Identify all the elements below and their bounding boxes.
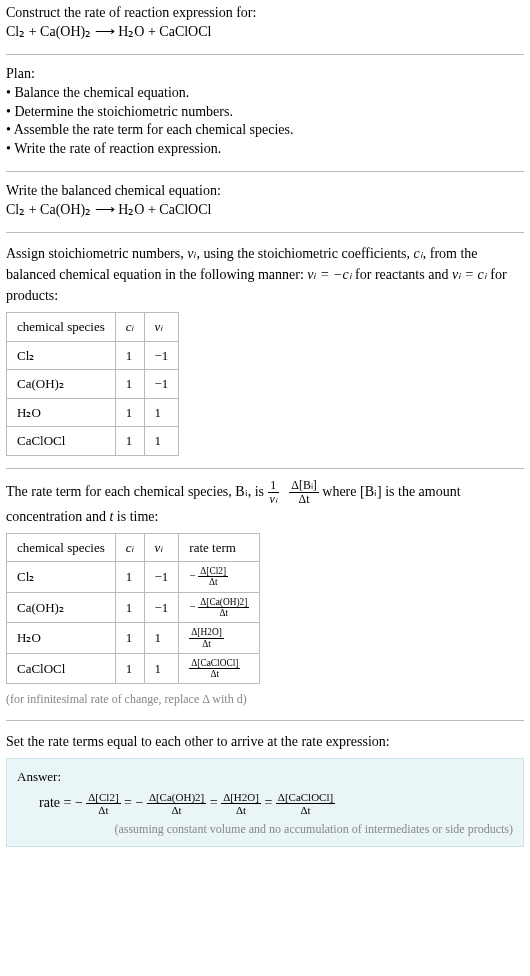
denominator: Δt	[289, 493, 319, 506]
rate-label: rate =	[39, 795, 75, 810]
table-cell: 1	[115, 562, 144, 593]
rate-fraction: Δ[CaClOCl]Δt	[276, 791, 335, 816]
final-block: Set the rate terms equal to each other t…	[6, 731, 524, 847]
plan-item: • Determine the stoichiometric numbers.	[6, 103, 524, 122]
text: The rate term for each chemical species,	[6, 483, 235, 498]
table-cell: 1	[115, 623, 144, 654]
balanced-heading: Write the balanced chemical equation:	[6, 182, 524, 201]
stoich-table: chemical speciescᵢνᵢCl₂1−1Ca(OH)₂1−1H₂O1…	[6, 312, 179, 456]
table-cell: Ca(OH)₂	[7, 592, 116, 623]
table-cell: H₂O	[7, 623, 116, 654]
divider	[6, 468, 524, 469]
table-cell: 1	[144, 623, 179, 654]
rate-term-note: (for infinitesimal rate of change, repla…	[6, 690, 524, 708]
table-cell: −1	[144, 562, 179, 593]
table-cell: 1	[144, 398, 179, 427]
divider	[6, 232, 524, 233]
fraction-one-over-nu: 1νᵢ	[268, 479, 279, 506]
divider	[6, 720, 524, 721]
intro-title: Construct the rate of reaction expressio…	[6, 4, 524, 23]
text: Assign stoichiometric numbers,	[6, 246, 187, 261]
table-cell: −1	[144, 592, 179, 623]
intro-equation: Cl₂ + Ca(OH)₂ ⟶ H₂O + CaClOCl	[6, 23, 524, 42]
table-cell: CaClOCl	[7, 427, 116, 456]
table-cell: 1	[115, 370, 144, 399]
plan-item: • Balance the chemical equation.	[6, 84, 524, 103]
rate-term-block: The rate term for each chemical species,…	[6, 479, 524, 709]
text: , using the stoichiometric coefficients,	[196, 246, 413, 261]
divider	[6, 171, 524, 172]
symbol-nu-i: νᵢ	[270, 492, 277, 506]
answer-label: Answer:	[17, 767, 513, 787]
table-row: H₂O11	[7, 398, 179, 427]
table-cell-rate-term: Δ[H2O]Δt	[179, 623, 260, 654]
table-cell-rate-term: − Δ[Cl2]Δt	[179, 562, 260, 593]
stoich-block: Assign stoichiometric numbers, νᵢ, using…	[6, 243, 524, 456]
table-header: νᵢ	[144, 313, 179, 342]
table-row: CaClOCl11	[7, 427, 179, 456]
text: for reactants and	[352, 267, 452, 282]
table-header: cᵢ	[115, 533, 144, 562]
answer-note: (assuming constant volume and no accumul…	[17, 820, 513, 838]
symbol-B-i: Bᵢ	[235, 483, 247, 498]
rate-expression: rate = − Δ[Cl2]Δt = − Δ[Ca(OH)2]Δt = Δ[H…	[17, 791, 513, 816]
relation-reactants: νᵢ = −cᵢ	[307, 267, 351, 282]
plan-block: Plan: • Balance the chemical equation.• …	[6, 65, 524, 159]
table-cell: −1	[144, 341, 179, 370]
balanced-equation: Cl₂ + Ca(OH)₂ ⟶ H₂O + CaClOCl	[6, 201, 524, 220]
plan-heading: Plan:	[6, 65, 524, 84]
text: , is	[248, 483, 268, 498]
table-cell-rate-term: − Δ[Ca(OH)2]Δt	[179, 592, 260, 623]
text: is time:	[113, 509, 158, 524]
rate-term-table: chemical speciescᵢνᵢrate termCl₂1−1− Δ[C…	[6, 533, 260, 685]
denominator: νᵢ	[268, 493, 279, 506]
table-header: cᵢ	[115, 313, 144, 342]
numerator: 1	[268, 479, 279, 493]
table-cell: Cl₂	[7, 341, 116, 370]
table-row: Cl₂1−1	[7, 341, 179, 370]
fraction-delta-B-over-delta-t: Δ[Bᵢ]Δt	[289, 479, 319, 506]
rate-fraction: Δ[Ca(OH)2]Δt	[147, 791, 206, 816]
balanced-block: Write the balanced chemical equation: Cl…	[6, 182, 524, 220]
table-row: CaClOCl11Δ[CaClOCl]Δt	[7, 653, 260, 684]
divider	[6, 54, 524, 55]
table-header: chemical species	[7, 533, 116, 562]
stoich-intro: Assign stoichiometric numbers, νᵢ, using…	[6, 243, 524, 306]
numerator: Δ[Bᵢ]	[289, 479, 319, 493]
table-cell: 1	[115, 592, 144, 623]
table-cell: Cl₂	[7, 562, 116, 593]
answer-box: Answer: rate = − Δ[Cl2]Δt = − Δ[Ca(OH)2]…	[6, 758, 524, 847]
table-row: Cl₂1−1− Δ[Cl2]Δt	[7, 562, 260, 593]
plan-item: • Assemble the rate term for each chemic…	[6, 121, 524, 140]
rate-fraction: Δ[Cl2]Δt	[86, 791, 120, 816]
table-cell: 1	[144, 653, 179, 684]
table-row: Ca(OH)₂1−1− Δ[Ca(OH)2]Δt	[7, 592, 260, 623]
table-cell: 1	[115, 427, 144, 456]
plan-item: • Write the rate of reaction expression.	[6, 140, 524, 159]
table-cell: Ca(OH)₂	[7, 370, 116, 399]
table-cell-rate-term: Δ[CaClOCl]Δt	[179, 653, 260, 684]
table-cell: 1	[115, 398, 144, 427]
intro-block: Construct the rate of reaction expressio…	[6, 4, 524, 42]
table-header: νᵢ	[144, 533, 179, 562]
final-heading: Set the rate terms equal to each other t…	[6, 731, 524, 752]
table-cell: CaClOCl	[7, 653, 116, 684]
table-cell: H₂O	[7, 398, 116, 427]
table-cell: −1	[144, 370, 179, 399]
table-header: rate term	[179, 533, 260, 562]
table-header: chemical species	[7, 313, 116, 342]
table-row: H₂O11Δ[H2O]Δt	[7, 623, 260, 654]
table-row: Ca(OH)₂1−1	[7, 370, 179, 399]
rate-term-intro: The rate term for each chemical species,…	[6, 479, 524, 527]
rate-fraction: Δ[H2O]Δt	[221, 791, 261, 816]
relation-products: νᵢ = cᵢ	[452, 267, 487, 282]
table-cell: 1	[144, 427, 179, 456]
table-cell: 1	[115, 341, 144, 370]
symbol-c-i: cᵢ	[414, 246, 423, 261]
table-cell: 1	[115, 653, 144, 684]
